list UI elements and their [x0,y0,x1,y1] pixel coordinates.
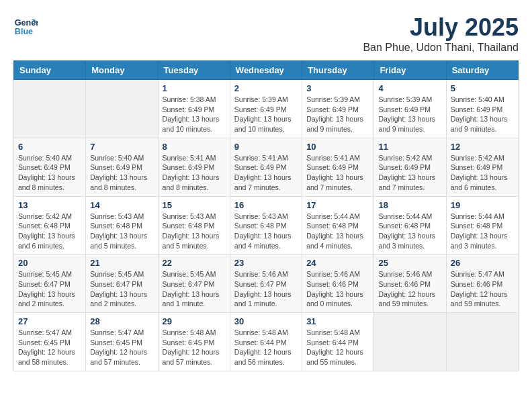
day-cell: 15Sunrise: 5:43 AM Sunset: 6:48 PM Dayli… [158,196,230,255]
page-header: General Blue July 2025 Ban Phue, Udon Th… [13,13,519,54]
weekday-header-thursday: Thursday [302,61,374,80]
day-number: 10 [306,142,369,152]
weekday-header-sunday: Sunday [14,61,86,80]
day-cell: 1Sunrise: 5:38 AM Sunset: 6:49 PM Daylig… [158,80,230,138]
day-info: Sunrise: 5:43 AM Sunset: 6:48 PM Dayligh… [234,212,298,251]
day-number: 8 [163,142,226,152]
day-info: Sunrise: 5:42 AM Sunset: 6:49 PM Dayligh… [451,153,514,193]
day-number: 2 [234,83,298,93]
day-info: Sunrise: 5:38 AM Sunset: 6:49 PM Dayligh… [163,95,226,134]
svg-text:Blue: Blue [15,27,33,36]
day-cell: 28Sunrise: 5:47 AM Sunset: 6:45 PM Dayli… [86,313,158,371]
day-number: 28 [90,316,153,326]
weekday-header-saturday: Saturday [446,61,518,80]
day-cell: 25Sunrise: 5:46 AM Sunset: 6:46 PM Dayli… [374,255,446,313]
location-title: Ban Phue, Udon Thani, Thailand [363,42,519,54]
day-cell: 10Sunrise: 5:41 AM Sunset: 6:49 PM Dayli… [302,138,374,196]
day-number: 13 [18,200,81,210]
weekday-header-row: SundayMondayTuesdayWednesdayThursdayFrid… [14,61,519,80]
day-number: 21 [90,258,153,268]
day-info: Sunrise: 5:47 AM Sunset: 6:45 PM Dayligh… [18,328,81,367]
day-info: Sunrise: 5:46 AM Sunset: 6:47 PM Dayligh… [234,269,298,309]
day-info: Sunrise: 5:40 AM Sunset: 6:49 PM Dayligh… [451,95,514,134]
day-cell [14,80,86,138]
day-number: 19 [451,200,514,210]
day-info: Sunrise: 5:47 AM Sunset: 6:45 PM Dayligh… [90,328,153,367]
day-cell: 30Sunrise: 5:48 AM Sunset: 6:44 PM Dayli… [230,313,302,371]
day-info: Sunrise: 5:45 AM Sunset: 6:47 PM Dayligh… [163,269,226,309]
day-number: 12 [451,142,514,152]
day-cell: 11Sunrise: 5:42 AM Sunset: 6:49 PM Dayli… [374,138,446,196]
day-cell: 27Sunrise: 5:47 AM Sunset: 6:45 PM Dayli… [14,313,86,371]
day-number: 22 [163,258,226,268]
day-cell: 19Sunrise: 5:44 AM Sunset: 6:48 PM Dayli… [446,196,518,255]
day-cell [446,313,518,371]
day-info: Sunrise: 5:42 AM Sunset: 6:48 PM Dayligh… [18,212,81,251]
day-info: Sunrise: 5:39 AM Sunset: 6:49 PM Dayligh… [306,95,369,134]
day-cell: 4Sunrise: 5:39 AM Sunset: 6:49 PM Daylig… [374,80,446,138]
day-info: Sunrise: 5:45 AM Sunset: 6:47 PM Dayligh… [90,269,153,309]
day-info: Sunrise: 5:41 AM Sunset: 6:49 PM Dayligh… [306,153,369,193]
day-cell: 29Sunrise: 5:48 AM Sunset: 6:45 PM Dayli… [158,313,230,371]
day-info: Sunrise: 5:40 AM Sunset: 6:49 PM Dayligh… [18,153,81,193]
week-row-1: 1Sunrise: 5:38 AM Sunset: 6:49 PM Daylig… [14,80,519,138]
day-info: Sunrise: 5:48 AM Sunset: 6:44 PM Dayligh… [306,328,369,367]
day-cell: 7Sunrise: 5:40 AM Sunset: 6:49 PM Daylig… [86,138,158,196]
day-info: Sunrise: 5:43 AM Sunset: 6:48 PM Dayligh… [90,212,153,251]
day-number: 31 [306,316,369,326]
day-info: Sunrise: 5:48 AM Sunset: 6:45 PM Dayligh… [163,328,226,367]
day-number: 11 [378,142,441,152]
day-cell: 5Sunrise: 5:40 AM Sunset: 6:49 PM Daylig… [446,80,518,138]
day-info: Sunrise: 5:46 AM Sunset: 6:46 PM Dayligh… [378,269,441,309]
day-number: 27 [18,316,81,326]
day-info: Sunrise: 5:41 AM Sunset: 6:49 PM Dayligh… [234,153,298,193]
day-info: Sunrise: 5:44 AM Sunset: 6:48 PM Dayligh… [451,212,514,251]
day-number: 24 [306,258,369,268]
day-cell: 22Sunrise: 5:45 AM Sunset: 6:47 PM Dayli… [158,255,230,313]
day-info: Sunrise: 5:39 AM Sunset: 6:49 PM Dayligh… [378,95,441,134]
day-info: Sunrise: 5:46 AM Sunset: 6:46 PM Dayligh… [306,269,369,309]
day-cell [86,80,158,138]
day-number: 30 [234,316,298,326]
day-info: Sunrise: 5:45 AM Sunset: 6:47 PM Dayligh… [18,269,81,309]
day-cell: 9Sunrise: 5:41 AM Sunset: 6:49 PM Daylig… [230,138,302,196]
day-info: Sunrise: 5:43 AM Sunset: 6:48 PM Dayligh… [163,212,226,251]
week-row-2: 6Sunrise: 5:40 AM Sunset: 6:49 PM Daylig… [14,138,519,196]
day-cell: 13Sunrise: 5:42 AM Sunset: 6:48 PM Dayli… [14,196,86,255]
day-number: 16 [234,200,298,210]
day-cell: 26Sunrise: 5:47 AM Sunset: 6:46 PM Dayli… [446,255,518,313]
day-number: 6 [18,142,81,152]
weekday-header-monday: Monday [86,61,158,80]
day-number: 20 [18,258,81,268]
day-cell: 6Sunrise: 5:40 AM Sunset: 6:49 PM Daylig… [14,138,86,196]
day-cell: 24Sunrise: 5:46 AM Sunset: 6:46 PM Dayli… [302,255,374,313]
day-info: Sunrise: 5:42 AM Sunset: 6:49 PM Dayligh… [378,153,441,193]
day-number: 18 [378,200,441,210]
weekday-header-tuesday: Tuesday [158,61,230,80]
day-number: 3 [306,83,369,93]
day-number: 17 [306,200,369,210]
day-number: 29 [163,316,226,326]
day-cell: 20Sunrise: 5:45 AM Sunset: 6:47 PM Dayli… [14,255,86,313]
day-number: 26 [451,258,514,268]
day-cell: 14Sunrise: 5:43 AM Sunset: 6:48 PM Dayli… [86,196,158,255]
logo: General Blue [13,13,38,38]
day-number: 7 [90,142,153,152]
day-number: 4 [378,83,441,93]
day-cell: 31Sunrise: 5:48 AM Sunset: 6:44 PM Dayli… [302,313,374,371]
day-cell: 3Sunrise: 5:39 AM Sunset: 6:49 PM Daylig… [302,80,374,138]
day-info: Sunrise: 5:44 AM Sunset: 6:48 PM Dayligh… [306,212,369,251]
day-cell: 16Sunrise: 5:43 AM Sunset: 6:48 PM Dayli… [230,196,302,255]
month-title: July 2025 [363,13,519,42]
day-cell: 23Sunrise: 5:46 AM Sunset: 6:47 PM Dayli… [230,255,302,313]
day-number: 25 [378,258,441,268]
weekday-header-wednesday: Wednesday [230,61,302,80]
day-cell [374,313,446,371]
day-cell: 8Sunrise: 5:41 AM Sunset: 6:49 PM Daylig… [158,138,230,196]
day-number: 23 [234,258,298,268]
day-info: Sunrise: 5:40 AM Sunset: 6:49 PM Dayligh… [90,153,153,193]
day-info: Sunrise: 5:48 AM Sunset: 6:44 PM Dayligh… [234,328,298,367]
day-info: Sunrise: 5:39 AM Sunset: 6:49 PM Dayligh… [234,95,298,134]
day-info: Sunrise: 5:41 AM Sunset: 6:49 PM Dayligh… [163,153,226,193]
weekday-header-friday: Friday [374,61,446,80]
